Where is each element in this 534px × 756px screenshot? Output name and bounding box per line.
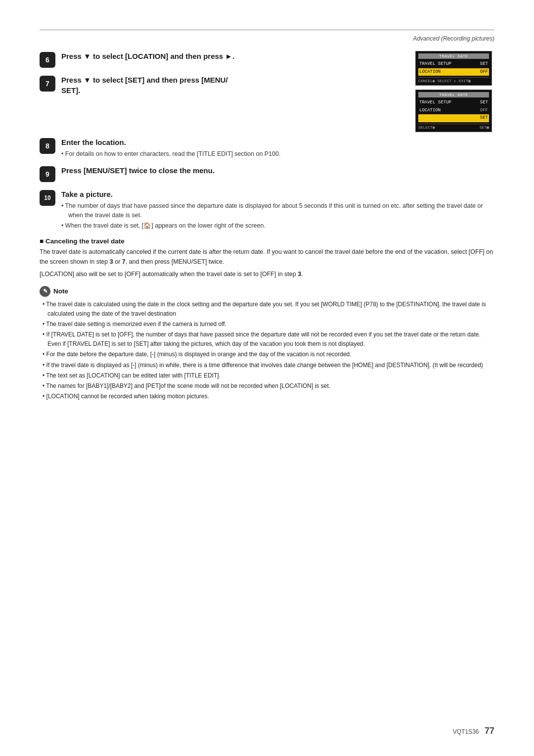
cs1-row1: TRAVEL SETUPSET (418, 60, 489, 68)
step-10-title: Take a picture. (61, 189, 494, 199)
step-10-number: 10 (40, 190, 55, 206)
canceling-para-1: The travel date is automatically cancele… (40, 247, 494, 267)
top-rule (40, 30, 494, 30)
step-8-number: 8 (40, 138, 55, 154)
step-9-title: Press [MENU/SET] twice to close the menu… (61, 165, 494, 176)
footer-code: VQT1S36 (453, 728, 479, 735)
cs1-row2-highlighted: LOCATIONOFF (418, 68, 489, 76)
step-10-block: 10 Take a picture. • The number of days … (40, 189, 494, 230)
step-10-content: Take a picture. • The number of days tha… (61, 189, 494, 230)
canceling-para-2: [LOCATION] also will be set to [OFF] aut… (40, 269, 494, 279)
note-bullet-5: If the travel date is displayed as [-] (… (40, 361, 494, 370)
step-8-content: Enter the location. • For details on how… (61, 137, 494, 159)
cs2-row2: LOCATIONOFF (418, 107, 489, 115)
step-8-sub: • For details on how to enter characters… (61, 149, 494, 159)
note-bullet-2: The travel date setting is memorized eve… (40, 320, 494, 329)
canceling-title: Canceling the travel date (40, 237, 494, 245)
note-bullet-8: [LOCATION] cannot be recorded when takin… (40, 392, 494, 401)
note-bullets: The travel date is calculated using the … (40, 300, 494, 402)
note-icon: ✎ (40, 286, 50, 297)
step-9-number: 9 (40, 166, 55, 182)
steps-67-container: 6 Press ▼ to select [LOCATION] and then … (40, 51, 494, 132)
page-footer: VQT1S36 77 (453, 726, 494, 736)
page-header: Advanced (Recording pictures) (40, 35, 494, 42)
camera-screen-1: TRAVEL DATE TRAVEL SETUPSET LOCATIONOFF … (415, 51, 492, 86)
cs2-bottom: SELECT◉SET▣ (418, 124, 489, 130)
camera-screen-2: TRAVEL DATE TRAVEL SETUPSET LOCATIONOFF … (415, 90, 492, 132)
note-bullet-3: If [TRAVEL DATE] is set to [OFF], the nu… (40, 330, 494, 349)
note-label: Note (53, 287, 68, 295)
step-9-block: 9 Press [MENU/SET] twice to close the me… (40, 165, 494, 182)
steps-67-screenshots: TRAVEL DATE TRAVEL SETUPSET LOCATIONOFF … (415, 51, 494, 132)
note-icon-row: ✎ Note (40, 286, 494, 297)
step-7-block: 7 Press ▼ to select [SET] and then press… (40, 75, 405, 95)
note-bullet-1: The travel date is calculated using the … (40, 300, 494, 319)
step-7-content: Press ▼ to select [SET] and then press [… (61, 75, 405, 95)
note-bullet-6: The text set as [LOCATION] can be edited… (40, 371, 494, 380)
step-6-content: Press ▼ to select [LOCATION] and then pr… (61, 51, 405, 61)
step-6-title: Press ▼ to select [LOCATION] and then pr… (61, 51, 405, 61)
cs2-row1: TRAVEL SETUPSET (418, 99, 489, 107)
step-8-bullet-1: • For details on how to enter characters… (61, 149, 494, 159)
step-7-number: 7 (40, 76, 55, 92)
step-6-number: 6 (40, 52, 55, 68)
step-7-title: Press ▼ to select [SET] and then press [… (61, 75, 405, 95)
step-6-block: 6 Press ▼ to select [LOCATION] and then … (40, 51, 405, 68)
steps-67-left: 6 Press ▼ to select [LOCATION] and then … (40, 51, 415, 102)
note-bullet-4: For the date before the departure date, … (40, 350, 494, 359)
cs2-title: TRAVEL DATE (418, 92, 489, 97)
step-10-bullet-2: • When the travel date is set, [🏠] appea… (61, 221, 494, 231)
cs1-bottom: CANCEL◉ SELECT ▷ EXIT▣ (418, 77, 489, 83)
step-10-sub: • The number of days that have passed si… (61, 201, 494, 230)
footer-page-number: 77 (485, 726, 494, 736)
step-8-block: 8 Enter the location. • For details on h… (40, 137, 494, 159)
note-section: ✎ Note The travel date is calculated usi… (40, 286, 494, 402)
cs1-title: TRAVEL DATE (418, 53, 489, 59)
cs2-row3-highlighted: SET (418, 114, 489, 122)
page-container: Advanced (Recording pictures) 6 Press ▼ … (0, 0, 534, 756)
step-10-bullet-1: • The number of days that have passed si… (61, 201, 494, 220)
step-9-content: Press [MENU/SET] twice to close the menu… (61, 165, 494, 176)
canceling-section: Canceling the travel date The travel dat… (40, 237, 494, 279)
page-subtitle: Advanced (Recording pictures) (413, 35, 494, 42)
note-bullet-7: The names for [BABY1]/[BABY2] and [PET]o… (40, 381, 494, 391)
step-8-title: Enter the location. (61, 137, 494, 147)
step-7-press-label: Press (61, 76, 82, 84)
